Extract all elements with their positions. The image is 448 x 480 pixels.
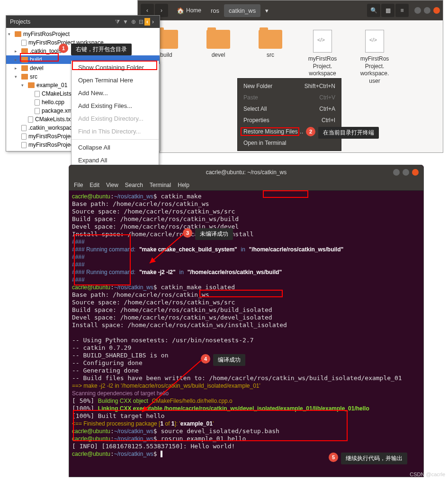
document-icon <box>365 30 384 53</box>
tree-label: myFirstRosProject <box>23 31 70 37</box>
folder-icon <box>15 31 21 37</box>
file-label: myFirstRos Project. workspace <box>304 55 341 78</box>
menu-item[interactable]: View <box>106 182 118 188</box>
context-menu-item[interactable]: Add Existing Directory... <box>72 112 159 125</box>
context-menu-item[interactable]: New FolderShift+Ctrl+N <box>238 80 341 92</box>
file-icon <box>21 142 27 148</box>
menu-item[interactable]: Search <box>125 182 143 188</box>
hint-3: 未编译成功 <box>195 228 233 240</box>
panel-title: Projects <box>10 18 114 25</box>
menu-item[interactable]: File <box>74 182 83 188</box>
hint-1: 右键，打开包含目录 <box>71 44 132 55</box>
badge-2: 2 <box>306 127 315 136</box>
ide-context-menu: Show Containing FolderOpen Terminal Here… <box>71 61 159 167</box>
highlight-build <box>20 53 59 62</box>
tree-label: devel <box>30 65 44 71</box>
context-menu-item[interactable]: PropertiesCtrl+I <box>238 115 341 126</box>
file-item[interactable]: devel <box>199 30 237 85</box>
file-label: devel <box>212 52 225 59</box>
badge-4: 4 <box>201 354 210 364</box>
badge-1: 1 <box>59 44 68 53</box>
maximize-icon[interactable] <box>424 7 430 14</box>
tree-label: hello.cpp <box>42 99 64 106</box>
folder-icon <box>21 65 28 71</box>
breadcrumb-item[interactable]: ros <box>206 4 224 17</box>
folder-icon <box>259 30 282 49</box>
highlight-catkin-make <box>263 190 308 198</box>
folder-icon <box>21 74 28 80</box>
context-menu-item: PasteCtrl+V <box>238 92 341 103</box>
tree-label: package.xml <box>42 107 73 114</box>
file-icon <box>28 116 33 123</box>
breadcrumb: 🏠 Home ros catkin_ws ▾ <box>172 4 273 17</box>
chevron-left-icon[interactable]: ‹ <box>144 18 150 26</box>
document-icon <box>313 30 332 53</box>
folder-icon <box>206 30 230 49</box>
context-menu-item[interactable]: Find in This Directory... <box>72 125 159 138</box>
filter-icon: ⧩ <box>114 18 121 26</box>
tree-label: src <box>30 73 37 80</box>
file-item[interactable]: myFirstRos Project. workspace. user <box>356 30 394 85</box>
minimize-icon[interactable] <box>393 169 400 176</box>
tree-item[interactable]: ▾myFirstRosProject <box>6 30 160 38</box>
tree-label: CMakeLists.txt <box>35 116 72 123</box>
link-icon: ⊕ <box>130 18 137 26</box>
context-menu-item[interactable]: Add New... <box>72 87 159 99</box>
search-icon[interactable]: 🔍 <box>367 4 380 17</box>
hint-2: 在当前目录打开终端 <box>318 127 379 139</box>
context-menu-item[interactable]: Open Terminal Here <box>72 74 159 87</box>
watermark: CSDN @cacrle <box>410 471 445 477</box>
badge-3: 3 <box>183 228 192 238</box>
menu-item[interactable]: Help <box>178 182 189 188</box>
context-menu-item[interactable]: Select AllCtrl+A <box>238 103 341 115</box>
context-menu-item[interactable]: Collapse All <box>72 141 159 154</box>
badge-5: 5 <box>329 453 338 462</box>
maximize-icon[interactable] <box>403 169 409 176</box>
file-label: src <box>267 52 274 59</box>
highlight-catkin-isolated <box>199 290 283 297</box>
highlight-build-success <box>73 410 348 441</box>
file-manager-header: ‹ › 🏠 Home ros catkin_ws ▾ 🔍 ▦ ≡ <box>138 0 443 20</box>
breadcrumb-home[interactable]: 🏠 Home <box>172 4 206 17</box>
file-icon <box>21 40 27 46</box>
context-menu-item[interactable]: Add Existing Files... <box>72 99 159 112</box>
collapse-icon: ⊟ <box>138 18 144 26</box>
hint-4: 编译成功 <box>213 354 245 366</box>
chevron-right-icon[interactable]: › <box>150 18 156 26</box>
tree-label: example_01 <box>36 82 67 89</box>
file-icon <box>35 99 40 106</box>
view-grid-icon[interactable]: ▦ <box>381 4 394 17</box>
terminal-titlebar: cacrle@ubuntu: ~/ros/catkin_ws <box>69 165 423 179</box>
hamburger-icon[interactable]: ≡ <box>395 4 409 17</box>
menu-item[interactable]: Edit <box>90 182 99 188</box>
funnel-icon: ▼ <box>122 18 129 26</box>
minimize-icon[interactable] <box>414 7 421 14</box>
file-label: build <box>160 52 172 59</box>
file-icon <box>35 108 40 114</box>
highlight-open-terminal <box>241 127 299 136</box>
close-icon[interactable] <box>412 169 419 176</box>
file-item[interactable]: myFirstRos Project. workspace <box>304 30 341 85</box>
file-item[interactable]: src <box>251 30 289 85</box>
highlight-fail-block <box>74 234 131 285</box>
file-icon <box>21 125 27 131</box>
file-label: myFirstRos Project. workspace. user <box>356 55 394 85</box>
context-menu-item[interactable]: Open in Terminal <box>238 137 341 149</box>
terminal-menubar: FileEditViewSearchTerminalHelp <box>69 179 423 191</box>
nautilus-context-menu: New FolderShift+Ctrl+NPasteCtrl+VSelect … <box>237 78 341 151</box>
close-icon[interactable] <box>433 7 440 14</box>
hint-5: 继续执行代码，并输出 <box>341 453 407 464</box>
folder-icon <box>28 82 35 88</box>
file-icon <box>21 133 27 140</box>
highlight-show-containing <box>72 61 157 70</box>
breadcrumb-current[interactable]: catkin_ws <box>224 4 260 17</box>
file-icon <box>35 91 40 97</box>
tree-label: .catkin_workspace <box>28 124 75 131</box>
menu-item[interactable]: Terminal <box>150 182 171 188</box>
